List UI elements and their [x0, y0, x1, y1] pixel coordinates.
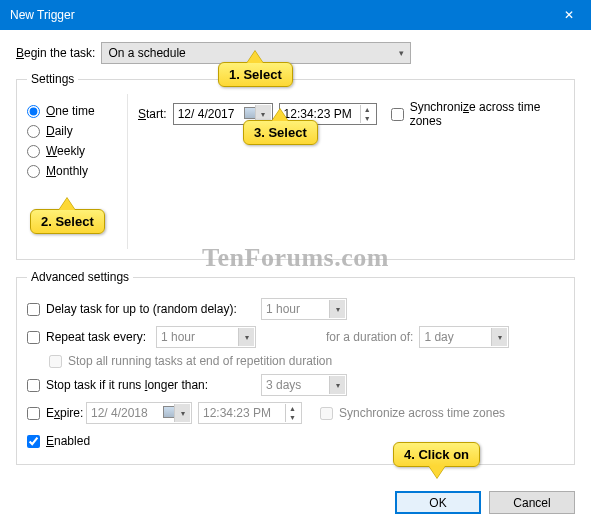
- sync-timezone-label: Synchronize across time zones: [410, 100, 564, 128]
- spin-down-icon[interactable]: ▼: [360, 114, 374, 123]
- stop-longer-dropdown[interactable]: 3 days ▾: [261, 374, 347, 396]
- close-icon: ✕: [564, 8, 574, 22]
- annotation-4: 4. Click on: [393, 442, 480, 467]
- annotation-1: 1. Select: [218, 62, 293, 87]
- stop-all-label: Stop all running tasks at end of repetit…: [68, 354, 332, 368]
- chevron-down-icon: ▾: [329, 376, 345, 394]
- repeat-label: Repeat task every:: [46, 330, 156, 344]
- expire-label: Expire:: [46, 406, 86, 420]
- annotation-3: 3. Select: [243, 120, 318, 145]
- expire-row: Expire: 12/ 4/2018 ▾ 12:34:23 PM ▲▼ Sync…: [27, 402, 564, 424]
- repeat-checkbox[interactable]: [27, 331, 40, 344]
- stop-all-row: Stop all running tasks at end of repetit…: [49, 354, 564, 368]
- expire-date-value: 12/ 4/2018: [91, 406, 148, 420]
- start-label: Start:: [138, 107, 167, 121]
- radio-one-time[interactable]: One time: [27, 104, 127, 118]
- begin-task-label: Begin the task:: [16, 46, 95, 60]
- titlebar: New Trigger ✕: [0, 0, 591, 30]
- delay-dropdown[interactable]: 1 hour ▾: [261, 298, 347, 320]
- start-panel: Start: 12/ 4/2017 ▾ 12:34:23 PM ▲▼ Synch…: [127, 94, 564, 249]
- chevron-down-icon: ▾: [329, 300, 345, 318]
- stop-all-checkbox: [49, 355, 62, 368]
- delay-value: 1 hour: [266, 302, 300, 316]
- advanced-legend: Advanced settings: [27, 270, 133, 284]
- duration-value: 1 day: [424, 330, 453, 344]
- repeat-dropdown[interactable]: 1 hour ▾: [156, 326, 256, 348]
- annotation-2: 2. Select: [30, 209, 105, 234]
- delay-row: Delay task for up to (random delay): 1 h…: [27, 298, 564, 320]
- ok-button[interactable]: OK: [395, 491, 481, 514]
- begin-task-value: On a schedule: [108, 46, 185, 60]
- advanced-group: Advanced settings Delay task for up to (…: [16, 270, 575, 465]
- enabled-checkbox[interactable]: [27, 435, 40, 448]
- stop-longer-checkbox[interactable]: [27, 379, 40, 392]
- radio-daily[interactable]: Daily: [27, 124, 127, 138]
- spin-down-icon: ▼: [285, 413, 299, 422]
- chevron-down-icon: ▾: [174, 404, 190, 422]
- button-bar: OK Cancel: [0, 485, 591, 516]
- expire-sync-label: Synchronize across time zones: [339, 406, 505, 420]
- spin-up-icon: ▲: [285, 404, 299, 413]
- chevron-down-icon: ▾: [491, 328, 507, 346]
- delay-checkbox[interactable]: [27, 303, 40, 316]
- expire-sync-checkbox: Synchronize across time zones: [320, 406, 505, 420]
- duration-dropdown[interactable]: 1 day ▾: [419, 326, 509, 348]
- window-title: New Trigger: [10, 8, 75, 22]
- chevron-down-icon: ▾: [238, 328, 254, 346]
- start-date-value: 12/ 4/2017: [178, 107, 235, 121]
- stop-longer-value: 3 days: [266, 378, 301, 392]
- chevron-down-icon: ▾: [399, 48, 404, 58]
- stop-longer-label: Stop task if it runs longer than:: [46, 378, 261, 392]
- time-spinner: ▲▼: [285, 404, 299, 422]
- begin-task-row: Begin the task: On a schedule ▾: [16, 42, 575, 64]
- sync-timezone-checkbox[interactable]: Synchronize across time zones: [391, 100, 564, 128]
- duration-label: for a duration of:: [326, 330, 413, 344]
- settings-legend: Settings: [27, 72, 78, 86]
- repeat-row: Repeat task every: 1 hour ▾ for a durati…: [27, 326, 564, 348]
- cancel-button[interactable]: Cancel: [489, 491, 575, 514]
- enabled-label: Enabled: [46, 434, 90, 448]
- expire-time-value: 12:34:23 PM: [203, 406, 271, 420]
- radio-weekly[interactable]: Weekly: [27, 144, 127, 158]
- expire-date-picker[interactable]: 12/ 4/2018 ▾: [86, 402, 192, 424]
- delay-label: Delay task for up to (random delay):: [46, 302, 261, 316]
- radio-monthly[interactable]: Monthly: [27, 164, 127, 178]
- time-spinner[interactable]: ▲▼: [360, 105, 374, 123]
- stop-longer-row: Stop task if it runs longer than: 3 days…: [27, 374, 564, 396]
- spin-up-icon[interactable]: ▲: [360, 105, 374, 114]
- expire-checkbox[interactable]: [27, 407, 40, 420]
- repeat-value: 1 hour: [161, 330, 195, 344]
- enabled-row: Enabled: [27, 434, 564, 448]
- start-time-value: 12:34:23 PM: [284, 107, 352, 121]
- expire-time-picker[interactable]: 12:34:23 PM ▲▼: [198, 402, 302, 424]
- dialog-content: Begin the task: On a schedule ▾ Settings…: [0, 30, 591, 485]
- close-button[interactable]: ✕: [546, 0, 591, 30]
